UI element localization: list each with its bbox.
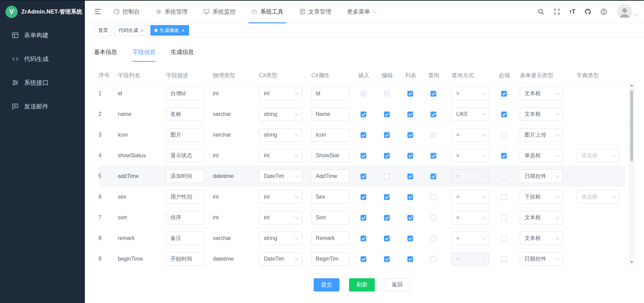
description-input[interactable] xyxy=(166,190,204,204)
required-checkbox[interactable] xyxy=(501,194,507,200)
required-checkbox[interactable] xyxy=(501,91,507,97)
query-type-select[interactable]: = xyxy=(452,87,489,100)
display-type-select[interactable]: 文本框 xyxy=(520,87,563,100)
description-input[interactable] xyxy=(166,252,204,266)
description-input[interactable] xyxy=(166,128,204,142)
tab-generate-info[interactable]: 生成信息 xyxy=(171,48,194,62)
display-type-select[interactable]: 下拉框 xyxy=(520,190,563,204)
edit-checkbox[interactable] xyxy=(384,174,390,179)
search-icon[interactable] xyxy=(537,8,545,15)
close-icon[interactable]: × xyxy=(140,28,144,33)
tag-generate-edit[interactable]: 生成修改 × xyxy=(150,25,189,36)
insert-checkbox[interactable] xyxy=(361,256,366,262)
description-input[interactable] xyxy=(166,231,204,245)
github-icon[interactable] xyxy=(584,8,591,15)
csharp-type-select[interactable]: DateTim xyxy=(259,252,302,266)
scrollbar-thumb[interactable] xyxy=(630,90,633,161)
required-checkbox[interactable] xyxy=(501,153,507,159)
insert-checkbox[interactable] xyxy=(361,215,366,221)
query-type-select[interactable]: LIKE xyxy=(452,107,489,121)
user-menu[interactable] xyxy=(617,4,637,19)
query-checkbox[interactable] xyxy=(430,256,436,262)
required-checkbox[interactable] xyxy=(501,132,507,138)
app-logo[interactable]: V ZrAdmin.NET-管理系统 xyxy=(0,0,85,23)
nav-item-more-menu[interactable]: 更多菜单 xyxy=(347,0,376,23)
nav-item-system-monitor[interactable]: 系统监控 xyxy=(203,0,236,23)
csharp-property-input[interactable] xyxy=(311,190,350,204)
display-type-select[interactable]: 文本框 xyxy=(520,231,563,245)
description-input[interactable] xyxy=(166,169,204,183)
insert-checkbox[interactable] xyxy=(361,112,366,117)
query-type-select[interactable]: = xyxy=(452,231,489,245)
fullscreen-icon[interactable] xyxy=(553,8,561,15)
edit-checkbox[interactable] xyxy=(384,236,390,241)
display-type-select[interactable]: 单选框 xyxy=(520,149,563,162)
required-checkbox[interactable] xyxy=(501,174,507,179)
list-checkbox[interactable] xyxy=(407,256,413,262)
list-checkbox[interactable] xyxy=(407,132,413,138)
sidebar-item-form-builder[interactable]: 表单构建 xyxy=(0,23,85,47)
display-type-select[interactable]: 日期控件 xyxy=(520,169,563,183)
display-type-select[interactable]: 日期控件 xyxy=(520,252,563,266)
list-checkbox[interactable] xyxy=(407,91,413,97)
query-checkbox[interactable] xyxy=(430,236,436,241)
csharp-property-input[interactable] xyxy=(311,211,350,224)
edit-checkbox[interactable] xyxy=(384,215,390,221)
description-input[interactable] xyxy=(166,211,204,224)
display-type-select[interactable]: 文本框 xyxy=(520,107,563,121)
tag-code-generation[interactable]: 代码生成 × xyxy=(114,25,148,36)
nav-item-system-management[interactable]: 系统管理 xyxy=(155,0,188,23)
query-checkbox[interactable] xyxy=(430,215,436,221)
csharp-property-input[interactable] xyxy=(311,107,350,121)
csharp-property-input[interactable] xyxy=(311,231,350,245)
query-checkbox[interactable] xyxy=(430,112,436,117)
description-input[interactable] xyxy=(166,149,204,162)
table-scrollbar[interactable] xyxy=(629,82,634,265)
csharp-property-input[interactable] xyxy=(311,87,350,100)
insert-checkbox[interactable] xyxy=(361,153,366,159)
edit-checkbox[interactable] xyxy=(384,153,390,159)
required-checkbox[interactable] xyxy=(501,236,507,241)
insert-checkbox[interactable] xyxy=(361,194,366,200)
query-checkbox[interactable] xyxy=(430,153,436,159)
query-type-select[interactable]: = xyxy=(452,128,489,142)
edit-checkbox[interactable] xyxy=(384,132,390,138)
query-checkbox[interactable] xyxy=(430,91,436,97)
csharp-type-select[interactable]: string xyxy=(259,128,302,142)
csharp-type-select[interactable]: DateTim xyxy=(259,169,302,183)
scroll-down-arrow[interactable] xyxy=(629,260,634,265)
nav-item-console[interactable]: 控制台 xyxy=(113,0,140,23)
csharp-type-select[interactable]: string xyxy=(259,107,302,121)
back-button[interactable]: 返回 xyxy=(384,278,410,291)
display-type-select[interactable]: 图片上传 xyxy=(520,128,563,142)
tag-home[interactable]: 首页 xyxy=(94,25,112,36)
close-icon[interactable]: × xyxy=(181,28,185,33)
dict-type-select[interactable]: 请选择 xyxy=(576,149,620,162)
query-type-select[interactable]: = xyxy=(452,190,489,204)
csharp-property-input[interactable] xyxy=(311,128,350,142)
hamburger-icon[interactable] xyxy=(94,7,102,16)
dict-type-select[interactable]: 请选择 xyxy=(576,190,620,204)
insert-checkbox[interactable] xyxy=(361,174,366,179)
csharp-type-select[interactable]: int xyxy=(259,211,302,224)
edit-checkbox[interactable] xyxy=(384,194,390,200)
sidebar-item-send-mail[interactable]: 发送邮件 xyxy=(0,95,85,118)
csharp-type-select[interactable]: int xyxy=(259,190,302,204)
nav-item-system-tools[interactable]: 系统工具 xyxy=(251,0,283,23)
tab-basic-info[interactable]: 基本信息 xyxy=(94,48,117,62)
nav-item-article-management[interactable]: 文章管理 xyxy=(299,0,331,23)
query-checkbox[interactable] xyxy=(430,174,436,179)
required-checkbox[interactable] xyxy=(501,215,507,221)
query-checkbox[interactable] xyxy=(430,194,436,200)
required-checkbox[interactable] xyxy=(501,112,507,117)
list-checkbox[interactable] xyxy=(407,153,413,159)
refresh-button[interactable]: 刷新 xyxy=(349,278,375,291)
description-input[interactable] xyxy=(166,87,204,100)
csharp-type-select[interactable]: int xyxy=(259,87,302,100)
insert-checkbox[interactable] xyxy=(361,132,366,138)
csharp-property-input[interactable] xyxy=(311,169,350,183)
help-icon[interactable] xyxy=(600,8,607,15)
csharp-type-select[interactable]: string xyxy=(259,231,302,245)
submit-button[interactable]: 提交 xyxy=(314,278,339,291)
required-checkbox[interactable] xyxy=(501,256,507,262)
